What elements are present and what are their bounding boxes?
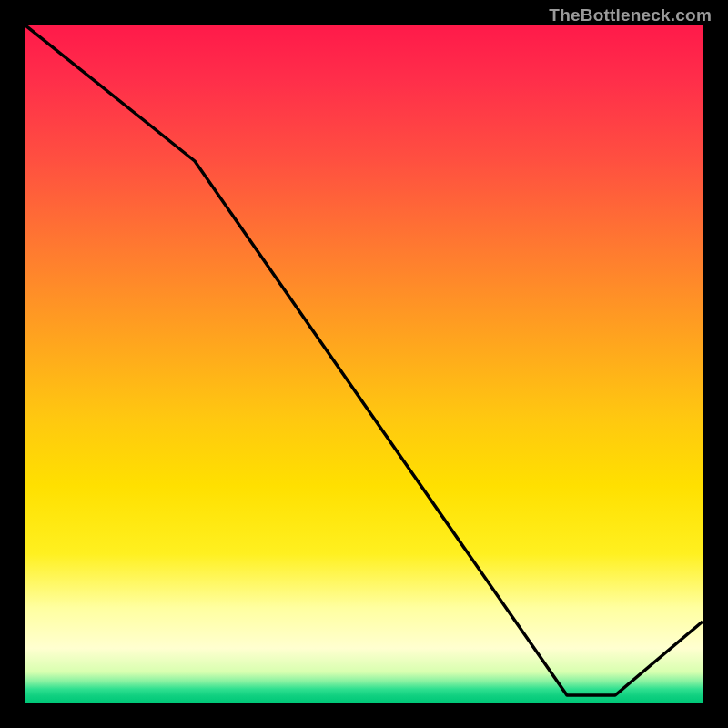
curve-path [25,25,703,695]
watermark-text: TheBottleneck.com [549,5,712,25]
plot-area [25,25,703,703]
chart-container: TheBottleneck.com [0,0,728,728]
bottleneck-curve [25,25,703,703]
